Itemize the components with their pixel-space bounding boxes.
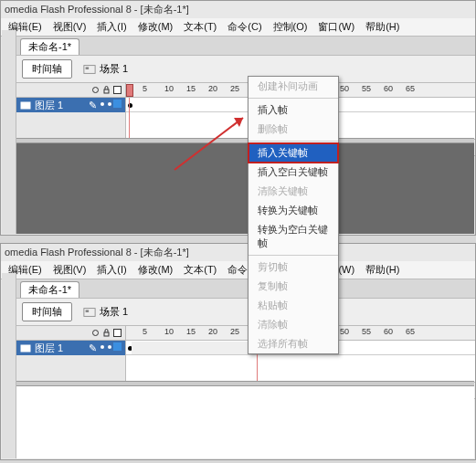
svg-point-9 — [93, 331, 99, 336]
scene-label[interactable]: 场景 1 — [83, 305, 128, 319]
cm-create-tween[interactable]: 创建补间动画 — [249, 77, 338, 96]
annotation-arrow — [170, 110, 252, 174]
frame-span[interactable] — [132, 342, 253, 354]
menu-modify[interactable]: 修改(M) — [138, 20, 174, 34]
ruler-10: 10 — [164, 327, 174, 336]
menu-view[interactable]: 视图(V) — [53, 263, 87, 277]
document-tabs: 未命名-1* — [16, 279, 475, 299]
menu-control[interactable]: 控制(O) — [273, 20, 308, 34]
ruler-50: 50 — [340, 84, 349, 93]
menu-insert[interactable]: 插入(I) — [97, 20, 126, 34]
ruler-55: 55 — [362, 84, 371, 93]
tools-sidebar[interactable] — [2, 30, 16, 234]
ruler-25: 25 — [230, 84, 239, 93]
panel-tabs: 时间轴 场景 1 — [16, 56, 475, 83]
ruler-55: 55 — [362, 327, 371, 336]
cm-sep — [249, 255, 338, 256]
cm-convert-blank-keyframe[interactable]: 转换为空白关键帧 — [249, 220, 338, 253]
ruler-25: 25 — [230, 327, 239, 336]
layer-name: 图层 1 — [35, 99, 63, 112]
svg-point-2 — [93, 88, 99, 93]
ruler-15: 15 — [186, 327, 196, 336]
document-tab[interactable]: 未命名-1* — [20, 281, 79, 298]
stage-area[interactable] — [16, 386, 474, 458]
vis-dot — [100, 345, 104, 349]
layer-header — [16, 83, 125, 98]
ruler-5: 5 — [143, 327, 147, 336]
app-title: omedia Flash Professional 8 - [未命名-1*] — [1, 244, 475, 261]
ruler-5: 5 — [143, 84, 147, 93]
scene-icon — [83, 63, 96, 76]
cm-select-all-frames[interactable]: 选择所有帧 — [249, 334, 338, 353]
menu-window[interactable]: 窗口(W) — [318, 20, 354, 34]
document-tabs: 未命名-1* — [16, 37, 475, 56]
timeline-tab[interactable]: 时间轴 — [22, 302, 72, 321]
ruler-65: 65 — [406, 84, 415, 93]
svg-line-5 — [175, 118, 243, 170]
ruler-60: 60 — [384, 327, 393, 336]
menu-view[interactable]: 视图(V) — [53, 20, 87, 34]
menu-help[interactable]: 帮助(H) — [365, 20, 399, 34]
color-box — [113, 100, 122, 108]
tools-sidebar[interactable] — [2, 273, 16, 458]
ruler-20: 20 — [208, 327, 217, 336]
svg-marker-6 — [234, 118, 243, 127]
menu-text[interactable]: 文本(T) — [184, 20, 217, 34]
document-tab[interactable]: 未命名-1* — [20, 38, 79, 55]
cm-insert-frame[interactable]: 插入帧 — [249, 100, 338, 120]
ruler-60: 60 — [384, 84, 393, 93]
menu-insert[interactable]: 插入(I) — [97, 263, 126, 277]
cm-sep — [249, 141, 338, 142]
flash-window-2: omedia Flash Professional 8 - [未命名-1*] 编… — [0, 243, 476, 460]
lock-dot — [108, 102, 111, 106]
playhead[interactable] — [126, 84, 133, 97]
menu-bar: 编辑(E) 视图(V) 插入(I) 修改(M) 文本(T) 命令(C) 控制(O… — [1, 18, 475, 37]
ruler-10: 10 — [164, 84, 174, 93]
svg-rect-11 — [21, 345, 30, 352]
layer-row[interactable]: 图层 1 ✎ — [16, 98, 125, 112]
menu-commands[interactable]: 命令(C) — [227, 20, 261, 34]
menu-help[interactable]: 帮助(H) — [365, 263, 399, 277]
outline-icon[interactable] — [113, 329, 122, 337]
flash-window-1: omedia Flash Professional 8 - [未命名-1*] 编… — [0, 0, 476, 236]
layer-icon — [20, 342, 31, 353]
app-title: omedia Flash Professional 8 - [未命名-1*] — [1, 1, 475, 18]
layer-name: 图层 1 — [35, 342, 63, 355]
lock-icon[interactable] — [102, 329, 111, 337]
layer-header — [16, 326, 125, 341]
cm-paste-frames[interactable]: 粘贴帧 — [249, 296, 338, 315]
cm-copy-frames[interactable]: 复制帧 — [249, 277, 338, 296]
scene-name: 场景 1 — [100, 305, 128, 319]
context-menu: 创建补间动画 插入帧 删除帧 插入关键帧 插入空白关键帧 清除关键帧 转换为关键… — [248, 76, 339, 354]
cm-sep — [249, 98, 338, 99]
lock-icon[interactable] — [102, 86, 111, 94]
cm-insert-keyframe[interactable]: 插入关键帧 — [249, 143, 338, 163]
svg-rect-4 — [21, 102, 30, 109]
color-box — [113, 342, 122, 351]
timeline-tab[interactable]: 时间轴 — [22, 59, 72, 79]
ruler-65: 65 — [406, 327, 415, 336]
pencil-icon: ✎ — [89, 100, 97, 111]
cm-insert-blank-keyframe[interactable]: 插入空白关键帧 — [249, 163, 338, 182]
vis-dot — [100, 102, 104, 106]
pencil-icon: ✎ — [89, 342, 97, 354]
eye-icon[interactable] — [91, 86, 100, 94]
outline-icon[interactable] — [113, 86, 122, 94]
menu-modify[interactable]: 修改(M) — [138, 263, 174, 277]
layer-icon — [20, 100, 31, 110]
cm-remove-frame[interactable]: 删除帧 — [249, 120, 338, 139]
svg-rect-3 — [104, 89, 109, 93]
scene-label[interactable]: 场景 1 — [83, 62, 128, 76]
cm-clear-keyframe[interactable]: 清除关键帧 — [249, 182, 338, 201]
cm-convert-keyframe[interactable]: 转换为关键帧 — [249, 201, 338, 220]
eye-icon[interactable] — [91, 329, 100, 337]
svg-rect-8 — [86, 310, 90, 312]
svg-rect-1 — [86, 67, 90, 69]
menu-text[interactable]: 文本(T) — [184, 263, 217, 277]
menu-bar: 编辑(E) 视图(V) 插入(I) 修改(M) 文本(T) 命令(C) 控制(O… — [1, 261, 475, 279]
cm-clear-frames[interactable]: 清除帧 — [249, 315, 338, 334]
scene-name: 场景 1 — [100, 62, 128, 76]
layer-row[interactable]: 图层 1 ✎ — [16, 341, 125, 355]
cm-cut-frames[interactable]: 剪切帧 — [249, 258, 338, 277]
scene-icon — [83, 306, 96, 319]
